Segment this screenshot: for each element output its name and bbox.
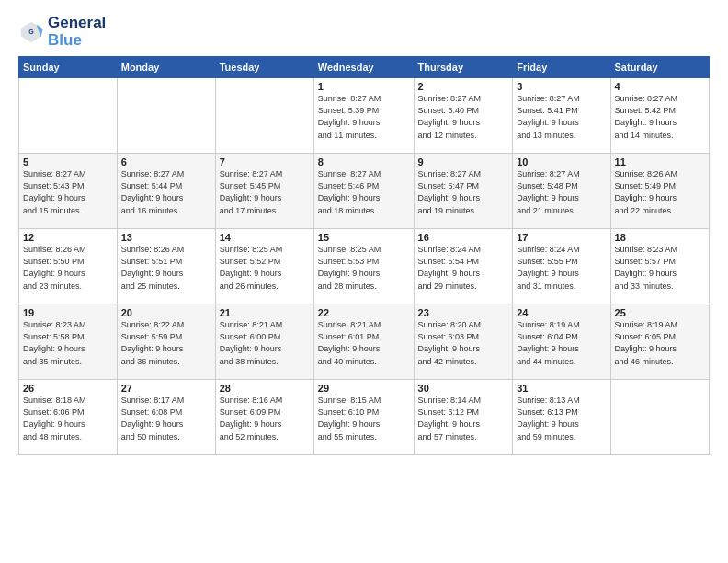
calendar-week-row: 1Sunrise: 8:27 AM Sunset: 5:39 PM Daylig…: [19, 78, 710, 154]
header: G General Blue: [18, 15, 710, 49]
day-info: Sunrise: 8:27 AM Sunset: 5:42 PM Dayligh…: [615, 93, 705, 141]
calendar-cell: 29Sunrise: 8:15 AM Sunset: 6:10 PM Dayli…: [313, 380, 414, 455]
calendar-cell: 11Sunrise: 8:26 AM Sunset: 5:49 PM Dayli…: [610, 154, 709, 229]
day-number: 17: [517, 232, 606, 243]
calendar-cell: 12Sunrise: 8:26 AM Sunset: 5:50 PM Dayli…: [19, 229, 118, 304]
calendar-cell: 22Sunrise: 8:21 AM Sunset: 6:01 PM Dayli…: [313, 304, 414, 380]
day-info: Sunrise: 8:25 AM Sunset: 5:52 PM Dayligh…: [220, 244, 310, 292]
calendar-cell: 21Sunrise: 8:21 AM Sunset: 6:00 PM Dayli…: [215, 304, 313, 380]
day-number: 6: [121, 156, 211, 167]
day-info: Sunrise: 8:15 AM Sunset: 6:10 PM Dayligh…: [318, 395, 410, 442]
calendar-cell: 26Sunrise: 8:18 AM Sunset: 6:06 PM Dayli…: [19, 380, 118, 455]
calendar-week-row: 12Sunrise: 8:26 AM Sunset: 5:50 PM Dayli…: [19, 229, 710, 304]
day-number: 3: [517, 81, 606, 92]
day-info: Sunrise: 8:13 AM Sunset: 6:13 PM Dayligh…: [517, 395, 606, 442]
day-info: Sunrise: 8:17 AM Sunset: 6:08 PM Dayligh…: [121, 395, 211, 442]
logo-text: General Blue: [48, 15, 106, 49]
logo-icon: G: [18, 19, 44, 45]
calendar-cell: 15Sunrise: 8:25 AM Sunset: 5:53 PM Dayli…: [313, 229, 414, 304]
calendar-cell: 1Sunrise: 8:27 AM Sunset: 5:39 PM Daylig…: [313, 78, 414, 154]
day-number: 25: [615, 307, 705, 318]
day-info: Sunrise: 8:27 AM Sunset: 5:44 PM Dayligh…: [121, 168, 211, 216]
calendar-cell: [215, 78, 313, 154]
day-number: 11: [615, 156, 705, 167]
calendar-cell: 4Sunrise: 8:27 AM Sunset: 5:42 PM Daylig…: [610, 78, 709, 154]
calendar-cell: 25Sunrise: 8:19 AM Sunset: 6:05 PM Dayli…: [610, 304, 709, 380]
calendar-cell: [117, 78, 215, 154]
day-info: Sunrise: 8:27 AM Sunset: 5:45 PM Dayligh…: [220, 168, 310, 216]
calendar-week-row: 19Sunrise: 8:23 AM Sunset: 5:58 PM Dayli…: [19, 304, 710, 380]
day-info: Sunrise: 8:23 AM Sunset: 5:57 PM Dayligh…: [615, 244, 705, 292]
day-info: Sunrise: 8:22 AM Sunset: 5:59 PM Dayligh…: [121, 319, 211, 367]
weekday-header: Monday: [117, 57, 215, 78]
calendar-cell: 10Sunrise: 8:27 AM Sunset: 5:48 PM Dayli…: [513, 154, 610, 229]
calendar-cell: 2Sunrise: 8:27 AM Sunset: 5:40 PM Daylig…: [414, 78, 513, 154]
calendar-cell: 13Sunrise: 8:26 AM Sunset: 5:51 PM Dayli…: [117, 229, 215, 304]
day-number: 23: [418, 307, 509, 318]
day-number: 24: [517, 307, 606, 318]
weekday-header: Wednesday: [313, 57, 414, 78]
calendar-cell: 7Sunrise: 8:27 AM Sunset: 5:45 PM Daylig…: [215, 154, 313, 229]
calendar-cell: 27Sunrise: 8:17 AM Sunset: 6:08 PM Dayli…: [117, 380, 215, 455]
day-info: Sunrise: 8:27 AM Sunset: 5:43 PM Dayligh…: [23, 168, 113, 216]
day-info: Sunrise: 8:26 AM Sunset: 5:49 PM Dayligh…: [615, 168, 705, 216]
day-info: Sunrise: 8:27 AM Sunset: 5:40 PM Dayligh…: [418, 93, 509, 141]
calendar-cell: 31Sunrise: 8:13 AM Sunset: 6:13 PM Dayli…: [513, 380, 610, 455]
calendar-cell: 9Sunrise: 8:27 AM Sunset: 5:47 PM Daylig…: [414, 154, 513, 229]
day-number: 10: [517, 156, 606, 167]
calendar-cell: [19, 78, 118, 154]
day-info: Sunrise: 8:19 AM Sunset: 6:05 PM Dayligh…: [615, 319, 705, 367]
day-number: 28: [220, 383, 310, 394]
day-number: 21: [220, 307, 310, 318]
calendar-cell: 8Sunrise: 8:27 AM Sunset: 5:46 PM Daylig…: [313, 154, 414, 229]
logo: G General Blue: [18, 15, 106, 49]
day-number: 18: [615, 232, 705, 243]
day-number: 22: [318, 307, 410, 318]
day-number: 5: [23, 156, 113, 167]
day-number: 15: [318, 232, 410, 243]
page: G General Blue SundayMondayTuesdayWednes…: [0, 0, 728, 563]
calendar-cell: [610, 380, 709, 455]
day-info: Sunrise: 8:16 AM Sunset: 6:09 PM Dayligh…: [220, 395, 310, 442]
day-number: 30: [418, 383, 509, 394]
day-number: 29: [318, 383, 410, 394]
weekday-header: Friday: [513, 57, 610, 78]
day-info: Sunrise: 8:21 AM Sunset: 6:01 PM Dayligh…: [318, 319, 410, 367]
day-number: 8: [318, 156, 410, 167]
day-number: 27: [121, 383, 211, 394]
day-number: 4: [615, 81, 705, 92]
day-info: Sunrise: 8:21 AM Sunset: 6:00 PM Dayligh…: [220, 319, 310, 367]
day-number: 9: [418, 156, 509, 167]
weekday-header: Tuesday: [215, 57, 313, 78]
calendar-cell: 3Sunrise: 8:27 AM Sunset: 5:41 PM Daylig…: [513, 78, 610, 154]
day-info: Sunrise: 8:23 AM Sunset: 5:58 PM Dayligh…: [23, 319, 113, 367]
day-number: 19: [23, 307, 113, 318]
calendar-cell: 20Sunrise: 8:22 AM Sunset: 5:59 PM Dayli…: [117, 304, 215, 380]
calendar-cell: 6Sunrise: 8:27 AM Sunset: 5:44 PM Daylig…: [117, 154, 215, 229]
day-number: 2: [418, 81, 509, 92]
calendar-cell: 23Sunrise: 8:20 AM Sunset: 6:03 PM Dayli…: [414, 304, 513, 380]
calendar-cell: 18Sunrise: 8:23 AM Sunset: 5:57 PM Dayli…: [610, 229, 709, 304]
day-info: Sunrise: 8:27 AM Sunset: 5:46 PM Dayligh…: [318, 168, 410, 216]
day-number: 16: [418, 232, 509, 243]
calendar-table: SundayMondayTuesdayWednesdayThursdayFrid…: [18, 56, 710, 455]
calendar-cell: 17Sunrise: 8:24 AM Sunset: 5:55 PM Dayli…: [513, 229, 610, 304]
day-info: Sunrise: 8:20 AM Sunset: 6:03 PM Dayligh…: [418, 319, 509, 367]
calendar-cell: 14Sunrise: 8:25 AM Sunset: 5:52 PM Dayli…: [215, 229, 313, 304]
day-info: Sunrise: 8:27 AM Sunset: 5:48 PM Dayligh…: [517, 168, 606, 216]
day-info: Sunrise: 8:27 AM Sunset: 5:47 PM Dayligh…: [418, 168, 509, 216]
day-info: Sunrise: 8:18 AM Sunset: 6:06 PM Dayligh…: [23, 395, 113, 442]
calendar-cell: 28Sunrise: 8:16 AM Sunset: 6:09 PM Dayli…: [215, 380, 313, 455]
day-number: 7: [220, 156, 310, 167]
day-number: 31: [517, 383, 606, 394]
calendar-cell: 5Sunrise: 8:27 AM Sunset: 5:43 PM Daylig…: [19, 154, 118, 229]
day-info: Sunrise: 8:26 AM Sunset: 5:51 PM Dayligh…: [121, 244, 211, 292]
weekday-header: Thursday: [414, 57, 513, 78]
weekday-header-row: SundayMondayTuesdayWednesdayThursdayFrid…: [19, 57, 710, 78]
day-info: Sunrise: 8:14 AM Sunset: 6:12 PM Dayligh…: [418, 395, 509, 442]
day-info: Sunrise: 8:26 AM Sunset: 5:50 PM Dayligh…: [23, 244, 113, 292]
calendar-cell: 30Sunrise: 8:14 AM Sunset: 6:12 PM Dayli…: [414, 380, 513, 455]
day-info: Sunrise: 8:25 AM Sunset: 5:53 PM Dayligh…: [318, 244, 410, 292]
day-info: Sunrise: 8:27 AM Sunset: 5:41 PM Dayligh…: [517, 93, 606, 141]
day-number: 20: [121, 307, 211, 318]
